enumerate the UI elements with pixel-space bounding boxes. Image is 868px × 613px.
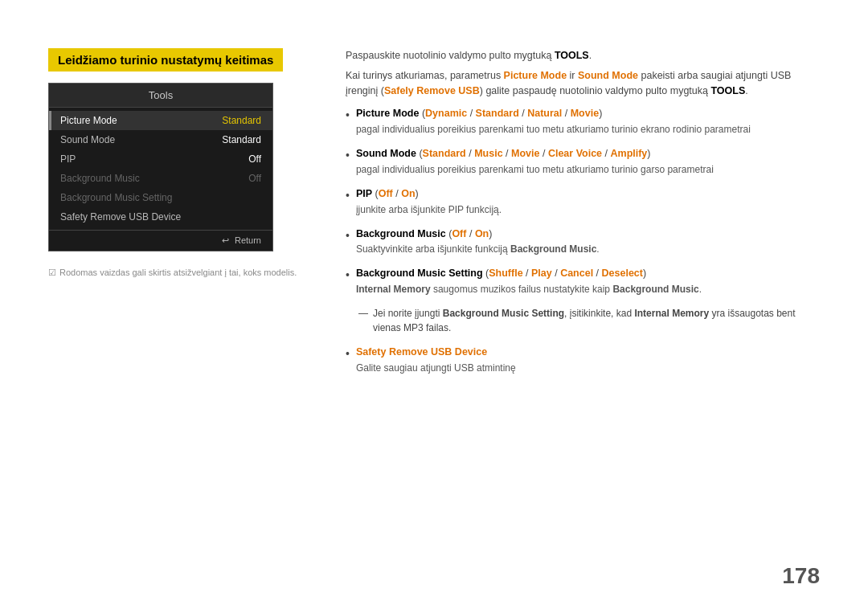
picture-mode-value: Standard [222, 115, 261, 126]
pip-label: PIP [60, 153, 76, 165]
sm-amplify: Amplify [610, 148, 647, 159]
intro-paragraph-2: Kai turinys atkuriamas, parametrus Pictu… [346, 68, 820, 99]
bullet-pip-content: PIP (Off / On) įjunkite arba išjunkite P… [356, 186, 820, 217]
tools-items: Picture Mode Standard Sound Mode Standar… [49, 108, 272, 230]
standard: Standard [476, 108, 519, 119]
return-icon: ↩ [222, 235, 229, 246]
bullet-picture-mode: Picture Mode (Dynamic / Standard / Natur… [346, 106, 820, 137]
movie: Movie [571, 108, 599, 119]
bullet-sound-mode-desc: pagal individualius poreikius parenkami … [356, 162, 820, 177]
safety-remove-label: Safety Remove USB Device [60, 211, 181, 223]
footnote-text: Rodomas vaizdas gali skirtis atsižvelgia… [59, 268, 297, 277]
bg-music-value: Off [248, 173, 261, 184]
bullet-picture-mode-desc: pagal individualius poreikius parenkami … [356, 122, 820, 137]
bgms-play: Play [531, 268, 552, 279]
sound-mode-label: Sound Mode [60, 134, 115, 145]
return-label: Return [235, 235, 261, 245]
bullet-list-2: Safety Remove USB Device Galite saugiau … [346, 345, 820, 375]
natural: Natural [527, 108, 562, 119]
footnote-icon: ☑ [48, 268, 56, 278]
bullet-pip-heading: PIP [356, 188, 372, 199]
sm-clear-voice: Clear Voice [548, 148, 602, 159]
tools-header: Tools [49, 84, 272, 108]
bullet-bg-music-heading: Background Music [356, 228, 446, 239]
tools-footer[interactable]: ↩ Return [49, 230, 272, 251]
safely-remove-ref: Safely Remove USB [384, 85, 480, 96]
dynamic: Dynamic [425, 108, 467, 119]
bgms-cancel: Cancel [560, 268, 593, 279]
tools-panel: Tools Picture Mode Standard Sound Mode S… [48, 83, 273, 251]
bullet-bg-music-setting-desc: Internal Memory saugomus muzikos failus … [356, 282, 820, 296]
bullet-safety-remove-content: Safety Remove USB Device Galite saugiau … [356, 345, 820, 375]
bullet-bg-music-setting: Background Music Setting (Shuffle / Play… [346, 266, 820, 296]
bullet-picture-mode-content: Picture Mode (Dynamic / Standard / Natur… [356, 106, 820, 137]
bgm-on: On [475, 228, 489, 239]
bullet-pip: PIP (Off / On) įjunkite arba išjunkite P… [346, 186, 820, 217]
pip-value: Off [248, 153, 261, 165]
left-column: Leidžiamo turinio nustatymų keitimas Too… [48, 48, 321, 278]
sm-music: Music [474, 148, 502, 159]
bgms-deselect: Deselect [602, 268, 643, 279]
bg-music-setting-label: Background Music Setting [60, 192, 172, 203]
bullet-list: Picture Mode (Dynamic / Standard / Natur… [346, 106, 820, 296]
note-text: Jei norite įjungti Background Music Sett… [373, 306, 820, 335]
tools-item-picture-mode[interactable]: Picture Mode Standard [49, 111, 272, 130]
bgm-off: Off [452, 228, 466, 239]
bullet-sound-mode-heading: Sound Mode [356, 148, 416, 159]
tools-item-bg-music: Background Music Off [49, 169, 272, 188]
bullet-pip-desc: įjunkite arba išjunkite PIP funkciją. [356, 202, 820, 217]
note-line: Jei norite įjungti Background Music Sett… [358, 306, 820, 335]
page-number: 178 [782, 563, 820, 589]
tools-item-safety-remove[interactable]: Safety Remove USB Device [49, 207, 272, 227]
pip-on: On [401, 188, 415, 199]
tools-bold-1: TOOLS [555, 50, 589, 61]
tools-item-pip[interactable]: PIP Off [49, 149, 272, 169]
right-column: Paspauskite nuotolinio valdymo pulto myg… [346, 48, 820, 385]
tools-item-sound-mode[interactable]: Sound Mode Standard [49, 130, 272, 149]
bgms-shuffle: Shuffle [489, 268, 522, 279]
sound-mode-value: Standard [222, 134, 261, 145]
tools-item-bg-music-setting: Background Music Setting [49, 188, 272, 207]
bullet-picture-mode-heading: Picture Mode [356, 108, 420, 119]
bullet-bg-music-setting-content: Background Music Setting (Shuffle / Play… [356, 266, 820, 296]
bullet-sound-mode-content: Sound Mode (Standard / Music / Movie / C… [356, 146, 820, 177]
bullet-bg-music-content: Background Music (Off / On) Suaktyvinkit… [356, 227, 820, 257]
bg-music-label: Background Music [60, 173, 140, 184]
bullet-safety-remove: Safety Remove USB Device Galite saugiau … [346, 345, 820, 375]
picture-mode-ref: Picture Mode [504, 70, 567, 81]
section-title: Leidžiamo turinio nustatymų keitimas [48, 48, 283, 72]
sm-movie: Movie [511, 148, 539, 159]
bullet-bg-music-desc: Suaktyvinkite arba išjunkite funkciją Ba… [356, 242, 820, 256]
bullet-bg-music: Background Music (Off / On) Suaktyvinkit… [346, 227, 820, 257]
bullet-sound-mode: Sound Mode (Standard / Music / Movie / C… [346, 146, 820, 177]
bullet-bg-music-setting-heading: Background Music Setting [356, 268, 483, 279]
intro-paragraph-1: Paspauskite nuotolinio valdymo pulto myg… [346, 48, 820, 63]
tools-bold-2: TOOLS [710, 85, 745, 96]
sm-standard: Standard [423, 148, 466, 159]
bullet-safety-remove-desc: Galite saugiau atjungti USB atmintinę [356, 361, 820, 375]
sound-mode-ref: Sound Mode [578, 70, 638, 81]
footnote: ☑ Rodomas vaizdas gali skirtis atsižvelg… [48, 268, 321, 278]
pip-off: Off [379, 188, 393, 199]
bullet-safety-remove-heading: Safety Remove USB Device [356, 346, 487, 358]
picture-mode-label: Picture Mode [60, 115, 117, 126]
